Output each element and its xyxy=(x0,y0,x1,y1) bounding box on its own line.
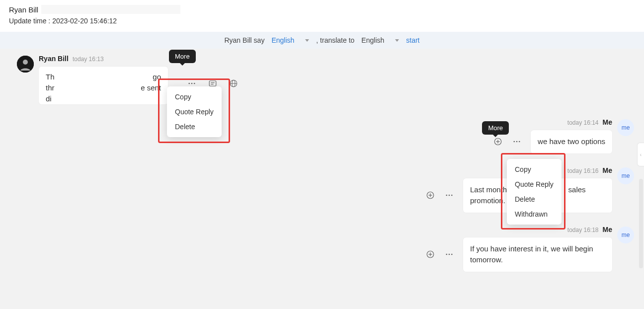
message-bubble: If you have interest in it, we will begi… xyxy=(463,237,612,272)
sender-me: Me xyxy=(603,118,612,126)
scrollbar[interactable] xyxy=(639,179,643,268)
svg-rect-5 xyxy=(209,81,216,86)
sender-me: Me xyxy=(603,226,612,233)
menu-delete[interactable]: Delete xyxy=(167,119,222,134)
sender-name: Ryan Bill xyxy=(39,55,69,63)
svg-point-1 xyxy=(23,60,28,65)
svg-point-2 xyxy=(188,83,190,84)
context-menu-right: Copy Quote Reply Delete Withdrawn xyxy=(507,159,562,225)
avatar-me: me xyxy=(617,227,634,243)
menu-withdrawn[interactable]: Withdrawn xyxy=(507,207,562,222)
svg-point-3 xyxy=(191,83,193,84)
plus-icon[interactable] xyxy=(493,137,503,147)
svg-point-15 xyxy=(516,141,518,143)
translate-bar: Ryan Bill say English , translate to Eng… xyxy=(0,32,644,49)
menu-copy[interactable]: Copy xyxy=(507,162,562,177)
svg-point-20 xyxy=(446,195,447,196)
menu-delete[interactable]: Delete xyxy=(507,192,562,207)
collapse-handle[interactable]: ‹ xyxy=(637,143,644,166)
translate-mid: , translate to xyxy=(316,36,354,44)
translate-icon[interactable] xyxy=(229,78,239,88)
sender-me: Me xyxy=(603,166,612,174)
plus-icon[interactable] xyxy=(425,190,435,200)
message-time: today 16:16 xyxy=(567,167,599,174)
menu-quote-reply[interactable]: Quote Reply xyxy=(167,104,222,119)
svg-point-21 xyxy=(449,195,450,196)
message-time: today 16:14 xyxy=(567,119,599,126)
svg-point-22 xyxy=(451,195,453,196)
svg-point-4 xyxy=(194,83,195,84)
chevron-down-icon xyxy=(305,39,309,42)
more-tooltip: More xyxy=(482,121,509,135)
translate-start-link[interactable]: start xyxy=(406,36,419,44)
more-icon[interactable] xyxy=(512,137,522,147)
plus-icon[interactable] xyxy=(425,249,435,259)
contact-name: Ryan Bill xyxy=(9,5,38,14)
more-icon[interactable] xyxy=(444,249,454,259)
message-time: today 16:18 xyxy=(567,227,599,233)
message-time: today 16:13 xyxy=(73,56,104,63)
lang-from-select[interactable]: English xyxy=(268,36,312,44)
svg-point-16 xyxy=(519,141,520,143)
translate-prefix: Ryan Bill say xyxy=(224,36,264,44)
context-menu-left: Copy Quote Reply Delete xyxy=(167,86,222,137)
svg-point-26 xyxy=(446,254,447,255)
chat-header: Ryan Bill Update time : 2023-02-20 15:46… xyxy=(0,0,644,32)
more-tooltip: More xyxy=(169,50,196,63)
lang-to-label: English xyxy=(361,36,384,44)
more-icon[interactable] xyxy=(444,190,454,200)
chat-area: Ryan Bill today 16:13 Th go thr e sent d… xyxy=(0,49,644,301)
lang-to-select[interactable]: English xyxy=(358,36,402,44)
svg-point-27 xyxy=(449,254,450,255)
lang-from-label: English xyxy=(271,36,294,44)
chevron-down-icon xyxy=(395,39,399,42)
avatar-me: me xyxy=(617,119,634,136)
message-bubble: we have two options xyxy=(531,130,612,154)
svg-point-28 xyxy=(451,254,453,255)
menu-copy[interactable]: Copy xyxy=(167,89,222,104)
menu-quote-reply[interactable]: Quote Reply xyxy=(507,177,562,192)
update-time: 2023-02-20 15:46:12 xyxy=(52,17,117,25)
avatar-me: me xyxy=(617,167,634,184)
update-label: Update time : xyxy=(9,17,52,25)
svg-point-14 xyxy=(513,141,515,143)
message-bubble: Th go thr e sent di xyxy=(39,67,168,104)
redacted-block xyxy=(41,5,180,14)
avatar xyxy=(17,56,34,73)
